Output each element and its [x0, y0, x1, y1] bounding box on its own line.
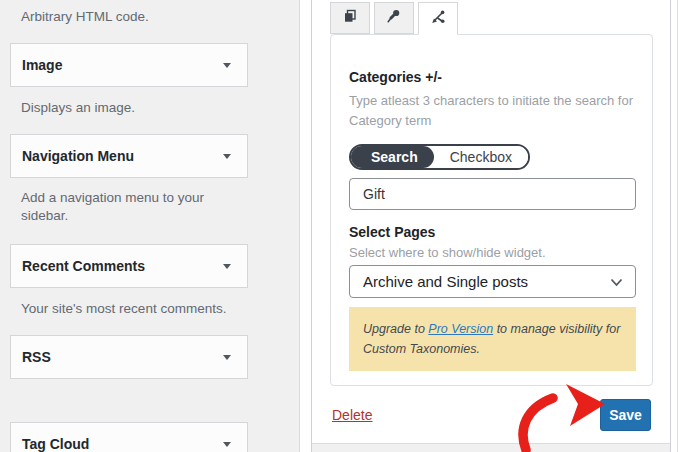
widget-description: Arbitrary HTML code. [21, 8, 289, 26]
widget-settings-panel: Categories +/- Type atleast 3 characters… [311, 0, 671, 452]
adjacent-column-edge [671, 0, 678, 452]
widget-footer-strip [312, 444, 670, 452]
toggle-option-checkbox[interactable]: Checkbox [434, 146, 528, 168]
categories-description: Type atleast 3 characters to initiate th… [349, 91, 634, 131]
select-pages-heading: Select Pages [349, 224, 634, 240]
pin-icon [386, 8, 402, 28]
select-pages-description: Select where to show/hide widget. [349, 245, 634, 261]
chevron-down-icon [610, 273, 623, 291]
widget-description: Your site's most recent comments. [21, 300, 289, 318]
widget-options-tabs [312, 0, 670, 34]
chevron-down-icon [223, 264, 231, 269]
dropdown-selected-value: Archive and Single posts [363, 273, 528, 290]
tab-posts[interactable] [374, 2, 414, 34]
pro-upgrade-notice: Upgrade to Pro Version to manage visibil… [349, 307, 636, 371]
widget-title: Recent Comments [22, 258, 145, 274]
tab-pages[interactable] [330, 2, 370, 34]
widget-image[interactable]: Image [10, 43, 248, 87]
widget-title: RSS [22, 349, 51, 365]
widget-options-box: Categories +/- Type atleast 3 characters… [330, 34, 653, 386]
column-gutter [300, 0, 311, 452]
widget-title: Navigation Menu [22, 148, 134, 164]
save-button[interactable]: Save [600, 399, 651, 431]
delete-link[interactable]: Delete [332, 407, 372, 423]
visibility-network-icon [430, 9, 446, 29]
pro-version-link[interactable]: Pro Version [428, 322, 493, 336]
widget-description: Displays an image. [21, 99, 289, 117]
toggle-option-search[interactable]: Search [351, 146, 434, 168]
select-pages-dropdown[interactable]: Archive and Single posts [349, 265, 636, 298]
chevron-down-icon [223, 355, 231, 360]
widget-tag-cloud[interactable]: Tag Cloud [10, 422, 248, 452]
widget-recent-comments[interactable]: Recent Comments [10, 244, 248, 288]
widget-title: Image [22, 57, 62, 73]
widget-title: Tag Cloud [22, 436, 89, 452]
available-widgets-sidebar: Arbitrary HTML code. Image Displays an i… [0, 0, 300, 452]
chevron-down-icon [223, 442, 231, 447]
chevron-down-icon [223, 154, 231, 159]
widget-navigation-menu[interactable]: Navigation Menu [10, 134, 248, 178]
copy-pages-icon [342, 8, 358, 28]
category-search-input[interactable] [349, 178, 636, 210]
chevron-down-icon [223, 63, 231, 68]
categories-heading: Categories +/- [349, 69, 634, 85]
widget-rss[interactable]: RSS [10, 335, 248, 379]
widget-description: Add a navigation menu to your sidebar. [21, 189, 246, 225]
search-checkbox-toggle: Search Checkbox [349, 144, 530, 170]
widget-footer: Delete Save [312, 386, 670, 444]
tab-taxonomies[interactable] [418, 2, 458, 35]
